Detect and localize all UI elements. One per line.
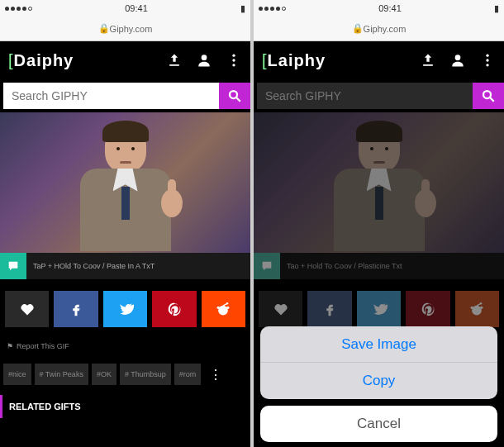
svg-point-18 [480, 307, 483, 309]
reddit-button[interactable] [202, 291, 245, 327]
battery-icon: ▮ [240, 3, 245, 14]
facebook-icon [322, 302, 337, 316]
search-row [254, 79, 504, 112]
tag-item[interactable]: #nice [3, 364, 31, 385]
svg-point-7 [226, 307, 229, 309]
reddit-button[interactable] [455, 291, 499, 327]
status-bar: 09:41 ▮ [254, 0, 504, 17]
tags-row: #nice # Twin Peaks #OK # Thumbsup #rom ⋮ [0, 354, 250, 395]
svg-point-0 [202, 55, 207, 60]
lock-icon: 🔒 [352, 23, 364, 34]
svg-point-12 [486, 55, 488, 57]
app-header: [Daiphy [0, 41, 250, 79]
pinterest-button[interactable] [152, 291, 196, 327]
menu-dots-icon[interactable] [226, 52, 242, 69]
reddit-icon [215, 301, 231, 317]
search-icon [481, 88, 496, 103]
upload-icon[interactable] [420, 52, 436, 69]
svg-point-4 [230, 91, 237, 98]
search-input[interactable] [257, 83, 473, 109]
search-button[interactable] [473, 83, 504, 109]
twitter-button[interactable] [103, 291, 147, 327]
search-icon [227, 88, 242, 103]
url-text: Giphy.com [110, 24, 153, 34]
chat-icon [260, 259, 273, 273]
facebook-button[interactable] [54, 291, 97, 327]
profile-icon[interactable] [449, 52, 466, 69]
twitter-icon [371, 301, 388, 317]
svg-line-21 [477, 303, 481, 306]
svg-point-1 [232, 55, 235, 57]
tag-item[interactable]: #rom [174, 364, 202, 385]
share-row [0, 279, 250, 339]
svg-point-14 [486, 64, 488, 66]
svg-point-19 [471, 307, 473, 309]
status-time: 09:41 [125, 3, 148, 13]
report-text: Report This GIF [17, 342, 69, 350]
gif-caption-bar: TaP + HOld To Coov / Paste In A TxT [0, 253, 250, 279]
save-image-button[interactable]: Save Image [260, 326, 497, 363]
svg-point-8 [217, 307, 220, 309]
signal-dots [5, 7, 32, 11]
browser-url-bar[interactable]: 🔒 Giphy.com [0, 17, 250, 41]
phone-left: 09:41 ▮ 🔒 Giphy.com [Daiphy TaP + HOld T… [0, 0, 250, 447]
upload-icon[interactable] [166, 52, 183, 69]
profile-icon[interactable] [196, 52, 212, 69]
svg-point-2 [232, 59, 235, 61]
phone-right: 09:41 ▮ 🔒 Giphy.com [Laiphy Tao + Hold T… [254, 0, 504, 447]
search-input[interactable] [3, 83, 219, 109]
lock-icon: 🔒 [98, 23, 110, 34]
pinterest-button[interactable] [406, 291, 449, 327]
logo[interactable]: [Daiphy [8, 51, 74, 70]
search-button[interactable] [219, 83, 250, 109]
svg-point-3 [232, 64, 235, 66]
heart-icon [273, 301, 289, 317]
url-text: Giphy.com [364, 24, 407, 34]
logo[interactable]: [Laiphy [262, 51, 326, 70]
pinterest-icon [167, 302, 182, 316]
svg-point-15 [483, 91, 491, 98]
favorite-button[interactable] [259, 291, 302, 327]
twitter-icon [117, 301, 134, 317]
svg-line-16 [490, 97, 494, 102]
status-time: 09:41 [378, 3, 402, 13]
flag-icon: ⚑ [7, 342, 13, 350]
svg-point-17 [472, 306, 482, 316]
menu-dots-icon[interactable] [479, 52, 496, 69]
twitter-button[interactable] [357, 291, 401, 327]
action-sheet-group: Save Image Copy [260, 326, 497, 399]
related-heading: RELATED GIFTS [0, 395, 250, 418]
search-row [0, 79, 250, 112]
gif-preview[interactable] [254, 112, 504, 253]
pinterest-icon [421, 302, 435, 316]
facebook-icon [69, 302, 83, 316]
facebook-button[interactable] [307, 291, 351, 327]
browser-url-bar[interactable]: 🔒 Giphy.com [254, 17, 504, 41]
tag-item[interactable]: # Thumbsup [120, 364, 171, 385]
report-row[interactable]: ⚑ Report This GIF [0, 339, 250, 354]
svg-point-13 [486, 59, 488, 61]
app-header: [Laiphy [254, 41, 504, 79]
message-button[interactable] [254, 253, 280, 279]
svg-point-6 [218, 306, 228, 316]
battery-icon: ▮ [494, 3, 499, 14]
tag-item[interactable]: # Twin Peaks [35, 364, 88, 385]
copy-button[interactable]: Copy [260, 363, 497, 399]
svg-line-5 [236, 97, 240, 102]
signal-dots [259, 7, 286, 11]
tags-more-icon[interactable]: ⋮ [204, 367, 227, 383]
reddit-icon [468, 301, 485, 317]
gif-caption-bar: Tao + Hold To Coov / Plasticine Txt [254, 253, 504, 279]
message-button[interactable] [0, 253, 26, 279]
action-sheet: Save Image Copy Cancel [260, 326, 497, 442]
tag-item[interactable]: #OK [92, 364, 116, 385]
gif-preview[interactable] [0, 112, 250, 253]
svg-point-11 [455, 55, 461, 60]
cancel-button[interactable]: Cancel [260, 406, 497, 442]
caption-text: TaP + HOld To Coov / Paste In A TxT [33, 262, 155, 270]
status-bar: 09:41 ▮ [0, 0, 250, 17]
caption-text: Tao + Hold To Coov / Plasticine Txt [287, 262, 402, 270]
favorite-button[interactable] [5, 291, 49, 327]
heart-icon [19, 301, 36, 317]
chat-icon [7, 259, 20, 273]
